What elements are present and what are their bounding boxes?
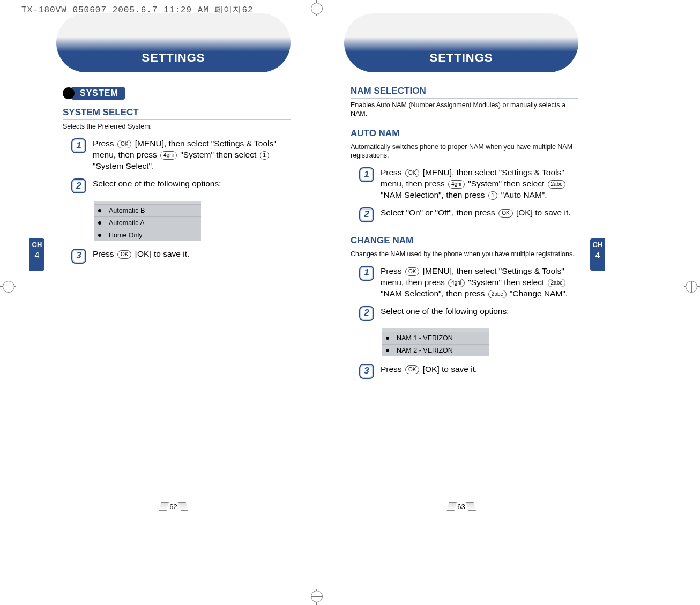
chapter-number: 4 (29, 251, 44, 260)
key-1-icon: 1 (260, 151, 270, 160)
key-4-icon: 4ghi (448, 180, 465, 189)
system-select-options: Automatic B Automatic A Home Only (94, 201, 201, 241)
nam-selection-desc: Enables Auto NAM (Number Assignment Modu… (351, 101, 578, 118)
key-4-icon: 4ghi (448, 279, 465, 287)
step-badge-2: 2 (359, 207, 374, 222)
chapter-tab: CH 4 (590, 238, 605, 271)
registration-mark-right (686, 281, 697, 293)
page-number: 63 (446, 502, 475, 511)
bullet-icon (98, 234, 101, 237)
ok-key-icon: OK (405, 267, 419, 276)
registration-mark-top (311, 3, 323, 14)
change-nam-step-1: 1 Press OK [MENU], then select "Settings… (359, 266, 578, 300)
page-ornament-icon (178, 502, 188, 511)
option-row: NAM 1 - VERIZON (382, 332, 489, 344)
page-ornament-icon (466, 502, 476, 511)
chapter-number: 4 (590, 251, 605, 260)
step-2-text: Select one of the following options: (93, 178, 291, 197)
chip-dot-icon (63, 87, 75, 99)
registration-mark-bottom (311, 591, 323, 602)
chapter-label: CH (590, 241, 605, 249)
ok-key-icon: OK (405, 169, 419, 177)
auto-nam-step-2-text: Select "On" or "Off", then press OK [OK]… (381, 207, 578, 226)
bullet-icon (386, 337, 389, 340)
option-row: Home Only (94, 229, 201, 241)
right-page: SETTINGS CH 4 NAM SELECTION Enables Auto… (317, 13, 605, 517)
change-nam-step-1-text: Press OK [MENU], then select "Settings &… (381, 266, 578, 300)
key-2-icon: 2abc (548, 180, 566, 189)
page-title: SETTINGS (429, 51, 493, 65)
system-select-heading: SYSTEM SELECT (63, 107, 291, 120)
change-nam-step-3: 3 Press OK [OK] to save it. (359, 364, 578, 382)
change-nam-step-2-text: Select one of the following options: (381, 306, 578, 324)
chapter-tab: CH 4 (29, 238, 44, 271)
step-1-text: Press OK [MENU], then select "Settings &… (93, 138, 291, 172)
step-badge-2: 2 (71, 178, 86, 193)
bullet-icon (98, 221, 101, 225)
change-nam-options: NAM 1 - VERIZON NAM 2 - VERIZON (382, 328, 489, 356)
option-row: Automatic B (94, 204, 201, 216)
key-4-icon: 4ghi (160, 151, 177, 160)
registration-mark-left (3, 281, 14, 293)
auto-nam-desc: Automatically switches phone to proper N… (351, 143, 578, 160)
step-1: 1 Press OK [MENU], then select "Settings… (71, 138, 291, 172)
auto-nam-heading: AUTO NAM (351, 128, 578, 140)
change-nam-step-2: 2 Select one of the following options: (359, 306, 578, 324)
step-badge-1: 1 (359, 266, 374, 281)
page-number: 62 (159, 502, 188, 511)
step-3-text: Press OK [OK] to save it. (93, 249, 291, 267)
step-2: 2 Select one of the following options: (71, 178, 291, 197)
ok-key-icon: OK (405, 365, 419, 374)
page-ornament-icon (446, 502, 456, 511)
change-nam-desc: Changes the NAM used by the phone when y… (351, 250, 578, 258)
ok-key-icon: OK (117, 250, 131, 259)
chapter-label: CH (29, 241, 44, 249)
step-badge-1: 1 (359, 167, 374, 182)
page-header: SETTINGS (344, 13, 578, 72)
option-row: Automatic A (94, 216, 201, 229)
section-chip: SYSTEM (63, 87, 125, 100)
auto-nam-step-1-text: Press OK [MENU], then select "Settings &… (381, 167, 578, 201)
step-badge-3: 3 (71, 249, 86, 264)
auto-nam-step-1: 1 Press OK [MENU], then select "Settings… (359, 167, 578, 201)
step-badge-2: 2 (359, 306, 374, 321)
change-nam-heading: CHANGE NAM (351, 235, 578, 248)
bullet-icon (386, 349, 389, 352)
step-badge-3: 3 (359, 364, 374, 379)
page-title: SETTINGS (142, 51, 205, 65)
key-1-icon: 1 (488, 191, 498, 200)
left-page: SETTINGS CH 4 SYSTEM SYSTEM SELECT Selec… (29, 13, 317, 517)
bullet-icon (98, 209, 101, 212)
page-ornament-icon (159, 502, 168, 511)
ok-key-icon: OK (117, 140, 131, 148)
key-2-icon: 2abc (548, 279, 566, 287)
nam-selection-heading: NAM SELECTION (351, 86, 578, 99)
system-select-desc: Selects the Preferred System. (63, 122, 291, 131)
step-3: 3 Press OK [OK] to save it. (71, 249, 291, 267)
auto-nam-step-2: 2 Select "On" or "Off", then press OK [O… (359, 207, 578, 226)
right-body: NAM SELECTION Enables Auto NAM (Number A… (351, 86, 578, 386)
ok-key-icon: OK (498, 209, 512, 218)
option-row: NAM 2 - VERIZON (382, 344, 489, 356)
step-badge-1: 1 (71, 138, 86, 153)
section-label: SYSTEM (71, 87, 125, 100)
page-header: SETTINGS (56, 13, 291, 72)
key-2-icon: 2abc (488, 290, 507, 298)
left-body: SYSTEM SELECT Selects the Preferred Syst… (63, 107, 291, 271)
change-nam-step-3-text: Press OK [OK] to save it. (381, 364, 578, 382)
